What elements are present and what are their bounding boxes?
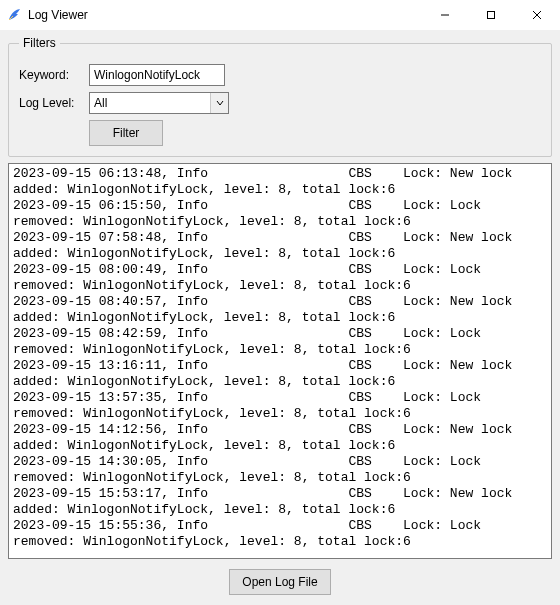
window: Log Viewer Filters Keyword: Log Level: xyxy=(0,0,560,605)
keyword-input[interactable] xyxy=(89,64,225,86)
log-output[interactable]: 2023-09-15 06:13:48, Info CBS Lock: New … xyxy=(8,163,552,559)
svg-rect-1 xyxy=(488,12,495,19)
keyword-label: Keyword: xyxy=(19,68,89,82)
maximize-button[interactable] xyxy=(468,0,514,30)
window-controls xyxy=(422,0,560,30)
filter-button-row: Filter xyxy=(19,120,541,146)
minimize-button[interactable] xyxy=(422,0,468,30)
filters-legend: Filters xyxy=(19,36,60,50)
loglevel-label: Log Level: xyxy=(19,96,89,110)
filters-group: Filters Keyword: Log Level: All Filter xyxy=(8,36,552,157)
close-button[interactable] xyxy=(514,0,560,30)
titlebar: Log Viewer xyxy=(0,0,560,30)
loglevel-select[interactable]: All xyxy=(89,92,229,114)
app-icon xyxy=(6,7,22,23)
loglevel-value: All xyxy=(90,96,210,110)
bottom-row: Open Log File xyxy=(8,565,552,597)
window-title: Log Viewer xyxy=(28,8,422,22)
keyword-row: Keyword: xyxy=(19,64,541,86)
open-log-button[interactable]: Open Log File xyxy=(229,569,330,595)
client-area: Filters Keyword: Log Level: All Filter 2… xyxy=(0,30,560,605)
loglevel-row: Log Level: All xyxy=(19,92,541,114)
filter-button[interactable]: Filter xyxy=(89,120,163,146)
chevron-down-icon xyxy=(210,93,228,113)
